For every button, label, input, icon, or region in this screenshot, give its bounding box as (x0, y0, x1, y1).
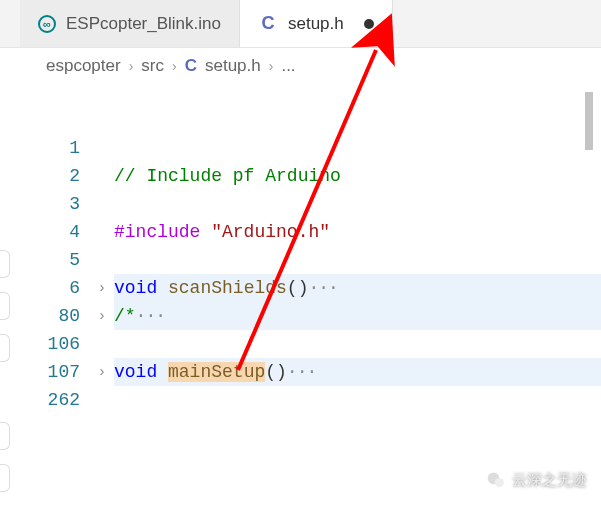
fold-gutter: ››› (90, 134, 114, 414)
code-line[interactable] (114, 134, 601, 162)
crumb-folder[interactable]: espcopter (46, 56, 121, 76)
crumb-folder[interactable]: src (141, 56, 164, 76)
fold-spacer (90, 386, 114, 414)
fold-spacer (90, 134, 114, 162)
svg-point-2 (495, 478, 504, 487)
watermark-text: 云深之无迹 (512, 471, 587, 490)
code-line[interactable]: /*··· (114, 302, 601, 330)
code-token: scanShields (168, 278, 287, 298)
fold-spacer (90, 246, 114, 274)
code-token: "Arduino.h" (211, 222, 330, 242)
code-line[interactable] (114, 246, 601, 274)
tab-label: setup.h (288, 14, 344, 34)
code-line[interactable]: void mainSetup()··· (114, 358, 601, 386)
line-number: 6 (20, 274, 80, 302)
dirty-indicator-icon (364, 19, 374, 29)
fold-spacer (90, 162, 114, 190)
fold-spacer (90, 330, 114, 358)
code-token: // Include pf Arduino (114, 166, 341, 186)
fold-spacer (90, 218, 114, 246)
minimap-slider[interactable] (585, 92, 593, 150)
fold-spacer (90, 190, 114, 218)
crumb-file[interactable]: setup.h (205, 56, 261, 76)
code-content[interactable]: // Include pf Arduino#include "Arduino.h… (114, 134, 601, 414)
tab-label: ESPcopter_Blink.ino (66, 14, 221, 34)
line-number: 3 (20, 190, 80, 218)
line-number: 107 (20, 358, 80, 386)
code-token: ··· (136, 306, 165, 326)
code-line[interactable] (114, 190, 601, 218)
breadcrumb[interactable]: espcopter › src › C setup.h › ... (0, 48, 601, 84)
c-file-icon: C (185, 56, 197, 76)
chevron-right-icon: › (172, 58, 177, 74)
tab-espcopter-blink[interactable]: ∞ ESPcopter_Blink.ino (20, 0, 240, 47)
code-token: ··· (287, 362, 316, 382)
line-number: 2 (20, 162, 80, 190)
code-token: void (114, 278, 168, 298)
left-edge-decor (0, 250, 10, 506)
c-file-icon: C (258, 14, 278, 34)
code-token: ··· (308, 278, 337, 298)
code-line[interactable] (114, 386, 601, 414)
line-number: 262 (20, 386, 80, 414)
line-number: 4 (20, 218, 80, 246)
line-number: 5 (20, 246, 80, 274)
fold-chevron-icon[interactable]: › (90, 274, 114, 302)
code-token: mainSetup (168, 362, 265, 382)
arduino-icon: ∞ (38, 15, 56, 33)
crumb-more[interactable]: ... (281, 56, 295, 76)
fold-chevron-icon[interactable]: › (90, 302, 114, 330)
line-number-gutter: 12345680106107262 (20, 134, 90, 414)
code-token: () (265, 362, 287, 382)
line-number: 1 (20, 134, 80, 162)
code-line[interactable]: // Include pf Arduino (114, 162, 601, 190)
line-number: 106 (20, 330, 80, 358)
code-token: void (114, 362, 168, 382)
code-line[interactable]: #include "Arduino.h" (114, 218, 601, 246)
code-line[interactable] (114, 330, 601, 358)
fold-chevron-icon[interactable]: › (90, 358, 114, 386)
code-token: #include (114, 222, 211, 242)
code-token: () (287, 278, 309, 298)
chevron-right-icon: › (269, 58, 274, 74)
line-number: 80 (20, 302, 80, 330)
tab-bar: ∞ ESPcopter_Blink.ino C setup.h (0, 0, 601, 48)
code-line[interactable]: void scanShields()··· (114, 274, 601, 302)
wechat-icon (486, 470, 506, 490)
watermark: 云深之无迹 (486, 470, 587, 490)
code-token: /* (114, 306, 136, 326)
chevron-right-icon: › (129, 58, 134, 74)
tab-setup-h[interactable]: C setup.h (240, 0, 393, 47)
code-editor[interactable]: 12345680106107262 ››› // Include pf Ardu… (0, 84, 601, 414)
